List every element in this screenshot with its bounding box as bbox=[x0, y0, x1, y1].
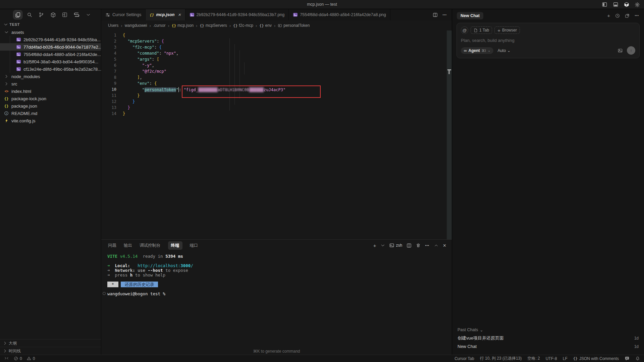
gear-icon[interactable] bbox=[635, 2, 640, 7]
close-icon[interactable]: ✕ bbox=[176, 13, 181, 17]
code-line-9[interactable]: 9 "env": { bbox=[101, 80, 452, 86]
status-item-cursor-tab[interactable]: Cursor Tab bbox=[454, 356, 474, 361]
code-line-11[interactable]: 11 } bbox=[101, 93, 452, 99]
status-item-utf-8[interactable]: UTF-8 bbox=[546, 356, 557, 361]
more-actions-icon[interactable]: ⋯ bbox=[442, 12, 447, 17]
code-line-4[interactable]: 4 "command": "npx", bbox=[101, 50, 452, 56]
panel-bottom-icon[interactable] bbox=[613, 2, 619, 7]
editor[interactable]: 1{2 "mcpServers": {3 "f2c-mcp": {4 "comm… bbox=[101, 31, 452, 239]
more-icon[interactable]: ⋯ bbox=[635, 13, 639, 18]
code-line-7[interactable]: 7 "@f2c/mcp" bbox=[101, 68, 452, 74]
tree-item-readme-md[interactable]: README.md bbox=[0, 110, 101, 117]
source-control-icon[interactable] bbox=[37, 10, 46, 19]
context-chip-browser[interactable]: +Browser bbox=[494, 26, 520, 34]
terminal-dropdown-icon[interactable] bbox=[380, 243, 385, 248]
tree-item-assets[interactable]: assets bbox=[0, 28, 101, 36]
explorer-icon[interactable] bbox=[13, 10, 22, 19]
clock-icon[interactable] bbox=[615, 13, 620, 18]
explorer-root[interactable]: TEST bbox=[0, 20, 101, 28]
panel-tab-1[interactable]: 输出 bbox=[124, 243, 132, 248]
maximize-panel-icon[interactable] bbox=[434, 243, 438, 248]
panel-tab-2[interactable]: 调试控制台 bbox=[140, 243, 161, 248]
split-editor-icon[interactable] bbox=[433, 12, 438, 17]
search-icon[interactable] bbox=[25, 10, 34, 19]
tree-item-index-html[interactable]: <>index.html bbox=[0, 87, 101, 95]
past-chat-item[interactable]: 创建vue项目并还原页面1d bbox=[458, 334, 639, 342]
past-chats-header[interactable]: Past Chats ⌄ bbox=[458, 326, 639, 334]
tab-7554f68d-dda4-4880-a5b4-216fa42de7a8-png[interactable]: 7554f68d-dda4-4880-a5b4-216fa42de7a8.png bbox=[289, 9, 390, 20]
agent-mode-selector[interactable]: ∞ Agent ⌘I ⌄ bbox=[461, 47, 493, 54]
code-line-8[interactable]: 8 ], bbox=[101, 74, 452, 80]
breadcrumb-item--cursor[interactable]: .cursor bbox=[153, 23, 166, 28]
breadcrumb-item-f2c-mcp[interactable]: {}f2c-mcp bbox=[233, 23, 253, 28]
context-chip-1-tab[interactable]: 1 Tab bbox=[471, 26, 492, 34]
status-item-remote[interactable] bbox=[4, 356, 9, 361]
chat-tab[interactable]: New Chat bbox=[457, 12, 483, 19]
tree-item-cf13e24e-d8fd-49bc-85ba-fe2a52ac78-[interactable]: cf13e24e-d8fd-49bc-85ba-fe2a52ac78... bbox=[0, 65, 101, 73]
send-button[interactable]: ↑ bbox=[627, 46, 635, 55]
sidebar-section-大纲[interactable]: 大纲 bbox=[0, 339, 101, 347]
attach-image-icon[interactable] bbox=[618, 48, 623, 53]
sidebar-section-时间线[interactable]: 时间线 bbox=[0, 347, 101, 355]
tree-item-2b92b279-6446-41d9-9284-948c55ba-[interactable]: 2b92b279-6446-41d9-9284-948c55ba... bbox=[0, 36, 101, 43]
breadcrumb-item-mcp-json[interactable]: {}mcp.json bbox=[172, 23, 194, 28]
tree-item-package-json[interactable]: {}package.json bbox=[0, 102, 101, 110]
code-line-3[interactable]: 3 "f2c-mcp": { bbox=[101, 44, 452, 50]
status-item--10-23-13-[interactable]: 行 10, 列 23 (已选择13) bbox=[480, 356, 522, 361]
status-item-bell[interactable] bbox=[635, 356, 640, 361]
code-line-13[interactable]: 13 } bbox=[101, 105, 452, 111]
status-item-json-with-comments[interactable]: {}JSON with Comments bbox=[573, 356, 619, 361]
context-chip-at[interactable]: @ bbox=[461, 26, 468, 34]
chevron-down-icon[interactable] bbox=[84, 10, 93, 19]
extensions-icon[interactable] bbox=[49, 10, 57, 19]
split-terminal-icon[interactable] bbox=[407, 243, 412, 248]
new-chat-icon[interactable]: + bbox=[607, 13, 610, 18]
tab-cursor-settings[interactable]: Cursor Settings bbox=[101, 9, 146, 20]
chat-input-card[interactable]: @1 Tab+Browser Plan, search, build anyth… bbox=[457, 23, 640, 58]
code-line-6[interactable]: 6 "-y", bbox=[101, 62, 452, 68]
tree-item-77dd4fad-b026-46cd-9044-0e71877e2-[interactable]: 77dd4fad-b026-46cd-9044-0e71877e2... bbox=[0, 43, 101, 51]
tab-mcp-json[interactable]: {}mcp.json✕ bbox=[146, 9, 185, 20]
status-item-0[interactable]: 0 bbox=[14, 356, 22, 361]
layout-grid-icon[interactable] bbox=[60, 10, 69, 19]
breadcrumb[interactable]: Users›wangduowei›.cursor›{}mcp.json›{}mc… bbox=[101, 20, 452, 31]
open-in-icon[interactable] bbox=[625, 13, 630, 18]
status-item-feedback[interactable] bbox=[625, 356, 630, 361]
chat-input-placeholder[interactable]: Plan, search, build anything bbox=[461, 38, 635, 43]
tree-item-7554f68d-dda4-4880-a5b4-216fa42de-[interactable]: 7554f68d-dda4-4880-a5b4-216fa42de... bbox=[0, 51, 101, 58]
tree-item-src[interactable]: src bbox=[0, 80, 101, 87]
code-line-10[interactable]: 10 "personalToken": "figd_████████aDT8LH… bbox=[101, 86, 452, 93]
tree-item-node-modules[interactable]: node_modules bbox=[0, 73, 101, 80]
panel-tab-4[interactable]: 端口 bbox=[190, 243, 198, 248]
tree-item-package-lock-json[interactable]: {}package-lock.json bbox=[0, 95, 101, 102]
terminal-more-icon[interactable]: ⋯ bbox=[425, 243, 430, 248]
tree-item-b1f5ff04-38a0-4b93-bd04-4e9f00354-[interactable]: b1f5ff04-38a0-4b93-bd04-4e9f00354... bbox=[0, 58, 101, 65]
status-item--2[interactable]: 空格: 2 bbox=[527, 356, 540, 361]
status-item-0[interactable]: 0 bbox=[27, 356, 35, 361]
breadcrumb-item-wangduowei[interactable]: wangduowei bbox=[125, 23, 147, 28]
breadcrumb-item-personaltoken[interactable]: personalToken bbox=[278, 23, 310, 28]
terminal-output[interactable]: VITE v4.5.14 ready in 5394 ms➜ Local: ht… bbox=[101, 254, 452, 348]
breadcrumb-item-env[interactable]: {}env bbox=[259, 23, 272, 28]
code-line-1[interactable]: 1{ bbox=[101, 32, 452, 38]
panel-tab-0[interactable]: 问题 bbox=[108, 243, 116, 248]
cube-fill-icon[interactable] bbox=[624, 2, 629, 7]
terminal-instance-zsh[interactable]: zsh bbox=[389, 243, 402, 248]
tree-item-vite-config-js[interactable]: vite.config.js bbox=[0, 117, 101, 124]
cursor-ai-icon[interactable] bbox=[72, 10, 81, 19]
close-panel-icon[interactable]: ✕ bbox=[443, 243, 446, 248]
editor-scrollbar[interactable] bbox=[447, 31, 452, 239]
code-line-2[interactable]: 2 "mcpServers": { bbox=[101, 38, 452, 44]
new-terminal-icon[interactable]: + bbox=[373, 243, 376, 248]
status-item-lf[interactable]: LF bbox=[563, 356, 568, 361]
panel-left-icon[interactable] bbox=[602, 2, 607, 7]
breadcrumb-item-users[interactable]: Users bbox=[108, 23, 118, 28]
code-line-5[interactable]: 5 "args": [ bbox=[101, 56, 452, 62]
code-line-14[interactable]: 14} bbox=[101, 111, 452, 117]
breadcrumb-item-mcpservers[interactable]: {}mcpServers bbox=[200, 23, 227, 28]
tab-2b92b279-6446-41d9-9284-948c55ba13b7-png[interactable]: 2b92b279-6446-41d9-9284-948c55ba13b7.png bbox=[185, 9, 289, 20]
code-line-12[interactable]: 12 } bbox=[101, 99, 452, 105]
past-chat-item[interactable]: New Chat1d bbox=[458, 342, 639, 351]
model-selector[interactable]: Auto ⌄ bbox=[497, 48, 511, 53]
panel-tab-3[interactable]: 终端 bbox=[168, 241, 182, 250]
